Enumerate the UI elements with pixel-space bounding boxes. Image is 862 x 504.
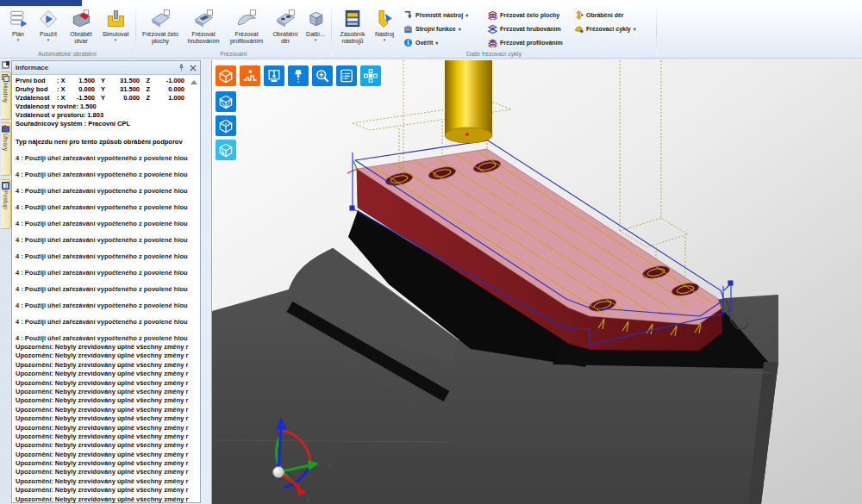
- layers-icon: [2, 74, 9, 82]
- axis-token: Z: [140, 94, 150, 103]
- zoom-icon[interactable]: [312, 65, 333, 86]
- measure-row: První bod: X1.500Y31.500Z-1.000: [16, 77, 200, 85]
- frezovat-hrubovanim-button[interactable]: Frézovat hrubováním: [182, 7, 225, 44]
- panel-title: Informace: [16, 64, 48, 72]
- notice-log-list: Upozornění: Nebyly zrevidovány úplně vše…: [16, 343, 200, 503]
- coordinate-system-line: Souřadnicový systém : Pracovní CPL: [16, 120, 200, 128]
- dropdown-arrow-icon: [17, 38, 20, 42]
- cycles-column-2: Obrábění děr Frézovací cykly: [571, 7, 653, 34]
- angle-log-line: 4 : Použiji úhel zařezávání vypočteného …: [16, 196, 200, 212]
- stock-handle[interactable]: [728, 281, 733, 285]
- dalsi-button[interactable]: Další...: [303, 7, 328, 42]
- application-window: Plán Použít Obrábět útvar Simulovat Auto…: [0, 0, 862, 504]
- wireframe-view-icon[interactable]: [216, 91, 236, 112]
- simulovat-button[interactable]: Simulovat: [98, 7, 133, 42]
- plan-icon: [7, 8, 29, 30]
- translucent-view-icon[interactable]: [216, 140, 236, 160]
- notice-log-line: Upozornění: Nebyly zrevidovány úplně vše…: [16, 414, 200, 423]
- measure-y: 31.500: [105, 85, 140, 94]
- measure-x: 0.000: [66, 85, 95, 94]
- angle-log-line: 4 : Použiji úhel zařezávání vypočteného …: [16, 212, 200, 228]
- dropdown-arrow-icon: [435, 40, 438, 46]
- machine-display-icon[interactable]: [264, 65, 284, 86]
- notice-log-line: Upozornění: Nebyly zrevidovány úplně vše…: [16, 477, 200, 486]
- button-label: Ověřit: [415, 40, 433, 46]
- angle-log-line: 4 : Použiji úhel zařezávání vypočteného …: [16, 277, 200, 294]
- angle-log-line: 4 : Použiji úhel zařezávání vypočteného …: [16, 228, 200, 245]
- move-tool-icon: [403, 10, 413, 20]
- measure-row: Druhý bod: X0.000Y31.500Z0.000: [16, 85, 200, 94]
- stock-display-icon[interactable]: [240, 65, 260, 86]
- angle-log-line: 4 : Použiji úhel zařezávání vypočteného …: [16, 179, 200, 196]
- stock-handle[interactable]: [350, 206, 354, 210]
- ribbon-group-dalsi-frezovaci-cykly: Zásobník nástrojů Nástroj Přemístit nást…: [333, 6, 655, 58]
- sequence-icon: [2, 182, 9, 190]
- premistit-nastroj-button[interactable]: Přemístit nástroj: [403, 10, 484, 20]
- tool-display-icon[interactable]: [288, 65, 309, 86]
- pouzit-button[interactable]: Použít: [33, 7, 64, 42]
- notice-log-line: Upozornění: Nebyly zrevidovány úplně vše…: [16, 459, 200, 468]
- strojni-funkce-button[interactable]: Strojní funkce: [403, 24, 484, 34]
- frezovat-profilovanim-button[interactable]: Frézovat profilováním: [225, 7, 268, 44]
- approach-warning-line: Typ nájezdu není pro tento způsob obrábě…: [16, 138, 200, 146]
- notice-log-line: Upozornění: Nebyly zrevidovány úplně vše…: [16, 361, 200, 370]
- close-icon[interactable]: [190, 65, 197, 72]
- measure-z: 1.000: [150, 94, 184, 103]
- obrabet-utvar-button[interactable]: Obrábět útvar: [64, 7, 98, 44]
- button-label: Frézovací cykly: [586, 26, 631, 32]
- obrabeni-der-button[interactable]: Obrábění děr: [268, 7, 303, 44]
- iso-view-icon[interactable]: [216, 65, 236, 86]
- obrabeni-der-small-button[interactable]: Obrábění děr: [574, 10, 653, 20]
- group-label: Další frézovací cykly: [333, 51, 655, 57]
- hole-machining-small-icon: [574, 10, 584, 20]
- verify-info-icon: [403, 38, 413, 47]
- measure-row: Vzdálenost: X-1.500Y0.000Z1.000: [16, 94, 200, 103]
- zasobnik-nastroju-button[interactable]: Zásobník nástrojů: [334, 7, 371, 44]
- informace-panel: Informace První bod: X1.500Y31.500Z-1.00…: [11, 60, 201, 503]
- frezovaci-cykly-small-button[interactable]: Frézovací cykly: [574, 24, 653, 34]
- button-label: Frézovat čelo plochy: [139, 31, 182, 44]
- notice-log-line: Upozornění: Nebyly zrevidovány úplně vše…: [16, 432, 200, 441]
- notice-log-line: Upozornění: Nebyly zrevidovány úplně vše…: [16, 468, 200, 476]
- list-view-icon[interactable]: [336, 65, 357, 86]
- move-view-icon[interactable]: [360, 65, 381, 86]
- notice-log-line: Upozornění: Nebyly zrevidovány úplně vše…: [16, 451, 200, 459]
- notice-log-line: Upozornění: Nebyly zrevidovány úplně vše…: [16, 495, 200, 503]
- frezovat-celo-plochy-button[interactable]: Frézovat čelo plochy: [139, 7, 182, 44]
- dropdown-arrow-icon: [634, 26, 636, 32]
- measure-x: -1.500: [66, 94, 95, 103]
- notice-log-line: Upozornění: Nebyly zrevidovány úplně vše…: [16, 370, 200, 378]
- button-label: Obrábění děr: [268, 31, 303, 44]
- pin-icon[interactable]: [178, 64, 185, 72]
- dropdown-arrow-icon: [115, 38, 117, 42]
- viewport-3d[interactable]: Z Y X: [211, 60, 862, 504]
- cutting-tool: [445, 60, 492, 143]
- overit-button[interactable]: Ověřit: [403, 38, 484, 47]
- tool-store-icon: [341, 8, 364, 30]
- active-tab-indicator[interactable]: [0, 0, 82, 6]
- apply-icon: [37, 8, 59, 30]
- button-label: Obrábět útvar: [64, 31, 98, 44]
- plan-button[interactable]: Plán: [3, 7, 33, 42]
- panel-titlebar[interactable]: Informace: [12, 61, 200, 75]
- frezovat-profilovanim-small-button[interactable]: Frézovat profilováním: [488, 38, 571, 47]
- button-label: Frézovat profilováním: [500, 40, 563, 46]
- measure-y: 0.000: [105, 94, 140, 103]
- frezovat-hrubovanim-small-button[interactable]: Frézovat hrubováním: [488, 24, 571, 34]
- angle-log-list: 4 : Použiji úhel zařezávání vypočteného …: [16, 146, 200, 343]
- tool-icon: [373, 8, 396, 30]
- measure-x: 1.500: [66, 77, 95, 85]
- notice-log-line: Upozornění: Nebyly zrevidovány úplně vše…: [16, 486, 200, 495]
- shaded-view-icon[interactable]: [216, 115, 236, 136]
- axis-label-y: Y: [326, 462, 332, 471]
- sidebar-tab-utvary[interactable]: Útvary: [1, 122, 11, 176]
- button-label: Frézovat hrubováním: [182, 31, 225, 44]
- frezovat-celo-plochy-small-button[interactable]: Frézovat čelo plochy: [488, 10, 571, 20]
- angle-log-line: 4 : Použiji úhel zařezávání vypočteného …: [16, 261, 200, 277]
- nastroj-button[interactable]: Nástroj: [371, 7, 398, 42]
- notice-log-line: Upozornění: Nebyly zrevidovány úplně vše…: [16, 441, 200, 450]
- notice-log-line: Upozornění: Nebyly zrevidovány úplně vše…: [16, 352, 200, 360]
- scroll-up-icon[interactable]: [191, 80, 197, 84]
- sidebar-tab-hladiny[interactable]: Hladiny: [1, 72, 11, 120]
- sidebar-tab-postup[interactable]: Postup: [1, 179, 11, 229]
